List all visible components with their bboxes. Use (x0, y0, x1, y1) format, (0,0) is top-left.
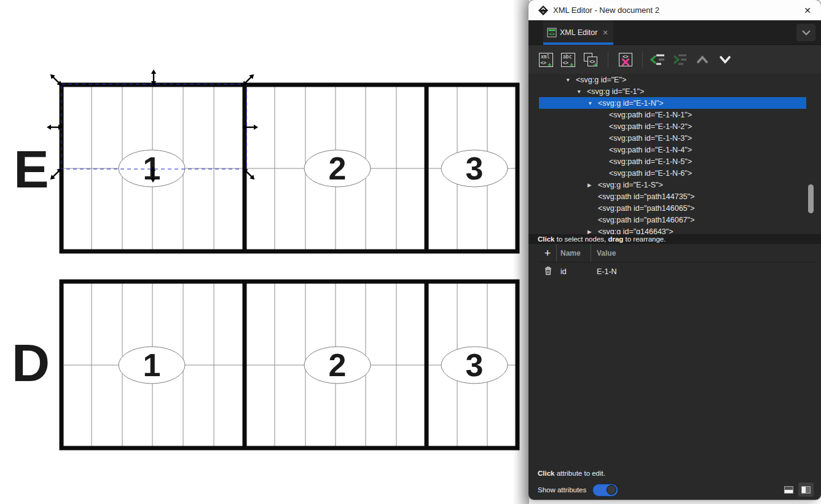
tree-node[interactable]: ▶<svg:g id="g146643"> (539, 226, 806, 234)
attribute-hint: Click attribute to edit. (538, 470, 605, 477)
tree-node-label: <svg:path id="path144735"> (598, 192, 694, 201)
horizontal-split-icon (784, 486, 793, 494)
scale-handle-top-left[interactable] (49, 73, 63, 87)
tree-node[interactable]: <svg:path id="E-1-N-3"> (539, 132, 806, 144)
show-attributes-label: Show attributes (538, 486, 586, 494)
tree-node-label: <svg:path id="path146067"> (598, 216, 694, 224)
tree-node[interactable]: ▼<svg:g id="E"> (539, 74, 806, 85)
window-drop-shadow (513, 0, 529, 504)
drawing-svg: E 1 2 (0, 0, 529, 504)
move-node-down-button[interactable] (716, 50, 734, 69)
expander-open-icon[interactable]: ▼ (587, 100, 598, 106)
expander-closed-icon[interactable]: ▶ (587, 229, 598, 235)
svg-text:<>: <> (541, 60, 547, 66)
section-label-d2[interactable]: 2 (304, 347, 371, 384)
tab-close-icon[interactable]: ✕ (602, 29, 608, 37)
section-label-e2[interactable]: 2 (304, 150, 371, 187)
section-label-d3[interactable]: 3 (441, 347, 508, 384)
add-attribute-button[interactable]: + (539, 244, 557, 262)
tree-node[interactable]: <svg:path id="path146067"> (539, 214, 806, 226)
inkscape-logo-icon (538, 5, 549, 16)
hint-bold: Click (538, 235, 555, 243)
chevron-down-icon (801, 30, 811, 36)
tree-node-label: <svg:g id="E"> (576, 76, 626, 84)
tree-node-label: <svg:path id="E-1-N-4"> (609, 146, 692, 154)
figure-e[interactable]: E 1 2 (14, 85, 517, 251)
show-attributes-row: Show attributes (538, 483, 618, 497)
window-title: XML Editor - New document 2 (553, 6, 659, 15)
duplicate-node-icon: <> + (581, 50, 600, 69)
section-label-e1[interactable]: 1 (119, 150, 185, 187)
window-close-icon[interactable]: ✕ (801, 4, 814, 17)
attribute-value[interactable]: E-1-N (597, 267, 617, 276)
attributes-header: + Name Value (539, 244, 815, 262)
svg-text:2: 2 (329, 347, 347, 383)
xml-editor-tab-icon: <> (547, 28, 557, 37)
hint-bold: drag (608, 235, 623, 243)
tree-scrollbar[interactable] (808, 184, 814, 213)
tree-node[interactable]: ▶<svg:g id="E-1-S"> (539, 179, 806, 191)
tree-hint: Click to select nodes, drag to rearrange… (528, 234, 821, 244)
tree-node[interactable]: <svg:path id="E-1-N-1"> (539, 109, 806, 120)
show-attributes-toggle[interactable] (592, 484, 618, 497)
tree-node-label: <svg:path id="E-1-N-1"> (609, 111, 692, 119)
panel-layout-buttons (781, 482, 814, 497)
new-element-node-icon: xml <> + (537, 50, 556, 69)
tab-xml-editor[interactable]: <> XML Editor ✕ (543, 20, 613, 45)
row-letter-d[interactable]: D (12, 333, 50, 392)
window-titlebar[interactable]: XML Editor - New document 2 ✕ (528, 0, 821, 20)
xml-tree[interactable]: ▼<svg:g id="E">▼<svg:g id="E-1">▼<svg:g … (539, 74, 806, 234)
hint-bold: Click (538, 470, 555, 477)
new-text-node-button[interactable]: abc <> + (559, 50, 578, 69)
duplicate-node-button[interactable]: <> + (581, 50, 600, 69)
tree-node-label: <svg:path id="E-1-N-3"> (609, 134, 692, 143)
svg-text:abc: abc (563, 54, 572, 60)
svg-text:<>: <> (623, 54, 629, 60)
tree-node[interactable]: <svg:path id="E-1-N-6"> (539, 167, 806, 179)
tree-node-label: <svg:path id="E-1-N-5"> (609, 157, 692, 166)
expander-open-icon[interactable]: ▼ (576, 89, 587, 95)
delete-node-button[interactable]: <> (616, 50, 635, 69)
panel-menu-button[interactable] (796, 24, 815, 41)
section-label-d1[interactable]: 1 (119, 347, 185, 384)
expander-open-icon[interactable]: ▼ (565, 77, 576, 83)
unindent-node-button[interactable] (648, 50, 667, 69)
tree-node[interactable]: <svg:path id="path144735"> (539, 191, 806, 202)
section-label-e3[interactable]: 3 (441, 150, 508, 187)
row-letter-e[interactable]: E (14, 140, 49, 199)
tree-node-label: <svg:path id="E-1-N-2"> (609, 122, 692, 131)
figure-d[interactable]: D 1 2 (12, 282, 517, 448)
svg-text:3: 3 (466, 347, 484, 383)
vertical-split-icon (801, 486, 811, 494)
attribute-name[interactable]: id (560, 267, 567, 276)
active-tab-underline (543, 42, 613, 45)
unindent-node-icon (648, 50, 667, 69)
tree-node[interactable]: ▼<svg:g id="E-1"> (539, 85, 806, 97)
svg-text:+: + (570, 60, 574, 68)
chevron-down-icon (716, 50, 734, 69)
expander-closed-icon[interactable]: ▶ (587, 182, 598, 188)
tree-node[interactable]: <svg:path id="E-1-N-5"> (539, 156, 806, 167)
chevron-up-icon (693, 50, 712, 69)
delete-attribute-button[interactable] (539, 266, 557, 275)
tree-node[interactable]: <svg:path id="E-1-N-2"> (539, 120, 806, 132)
layout-horizontal-button[interactable] (781, 482, 796, 497)
attr-value-header: Value (597, 249, 616, 258)
tree-node-label: <svg:g id="E-1"> (587, 87, 644, 96)
layout-vertical-button[interactable] (798, 482, 814, 497)
new-element-node-button[interactable]: xml <> + (537, 50, 556, 69)
svg-text:3: 3 (466, 151, 484, 186)
inkscape-canvas[interactable]: E 1 2 (0, 0, 529, 504)
attribute-row[interactable]: id E-1-N (539, 263, 815, 278)
tree-node-label: <svg:g id="E-1-S"> (598, 181, 663, 189)
toolbar-separator (608, 52, 608, 68)
xml-toolbar: xml <> + abc <> + <> + (528, 45, 821, 74)
tree-node[interactable]: <svg:path id="E-1-N-4"> (539, 144, 806, 156)
tree-node[interactable]: ▼<svg:g id="E-1-N"> (539, 97, 806, 109)
svg-text:2: 2 (329, 151, 347, 186)
tree-node[interactable]: <svg:path id="path146065"> (539, 202, 806, 214)
move-node-up-button[interactable] (693, 50, 712, 69)
xml-editor-window: XML Editor - New document 2 ✕ <> XML Edi… (528, 0, 821, 500)
tree-node-label: <svg:g id="g146643"> (598, 227, 674, 235)
indent-node-button[interactable] (670, 50, 689, 69)
